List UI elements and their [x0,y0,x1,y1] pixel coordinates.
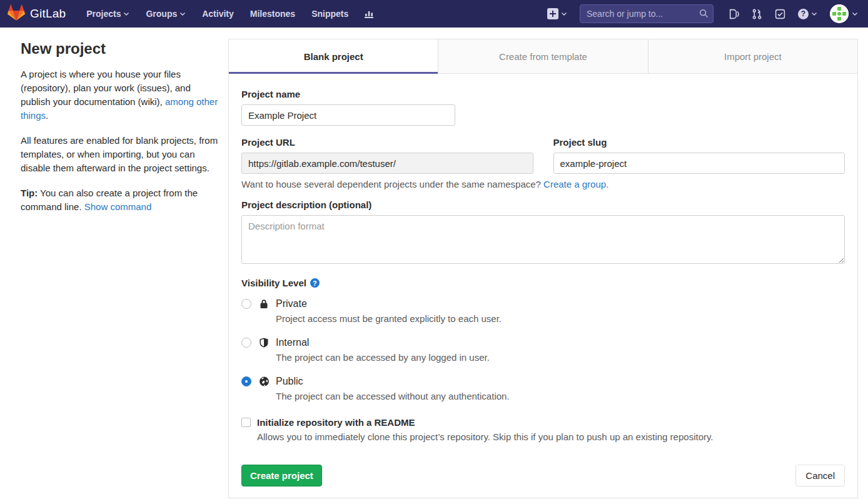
charts-icon[interactable] [358,9,380,19]
readme-label: Initialize repository with a README [257,416,714,429]
project-url-group: Project URL [241,137,533,174]
visibility-option-description: The project can be accessed without any … [276,391,510,401]
project-slug-input[interactable] [553,153,845,174]
new-menu-button[interactable] [541,8,573,19]
navbar-left: GitLab Projects Groups Activity Mileston… [8,4,380,24]
project-url-input[interactable] [241,153,533,174]
project-description-input[interactable] [241,215,845,264]
visibility-help-icon[interactable]: ? [310,278,320,288]
lock-icon [259,298,269,310]
intro-paragraph: A project is where you house your files … [21,68,222,123]
readme-option: Initialize repository with a README Allo… [241,416,845,442]
visibility-level-label: Visibility Level ? [241,278,845,288]
visibility-option-public: Public The project can be accessed witho… [241,375,845,401]
brand-name: GitLab [30,7,66,21]
readme-description: Allows you to immediately clone this pro… [257,431,714,442]
internal-radio[interactable] [241,338,251,348]
namespace-hint: Want to house several dependent projects… [241,179,845,189]
project-slug-label: Project slug [553,137,845,148]
visibility-option-private: Private Project access must be granted e… [241,297,845,324]
form-footer: Create project Cancel [241,465,845,486]
initialize-readme-checkbox[interactable] [241,418,251,427]
new-project-panel: Blank project Create from template Impor… [228,39,858,498]
tip-paragraph: Tip: You can also create a project from … [21,186,222,214]
visibility-option-internal: Internal The project can be accessed by … [241,336,845,363]
visibility-option-description: Project access must be granted explicitl… [276,313,502,324]
tab-import-project[interactable]: Import project [648,39,857,74]
visibility-option-name: Public [276,375,510,388]
page-title: New project [21,40,222,58]
tab-blank-project[interactable]: Blank project [229,39,438,74]
search-input[interactable] [580,4,714,23]
features-paragraph: All features are enabled for blank proje… [21,134,222,175]
show-command-link[interactable]: Show command [84,201,152,212]
navbar-right: ? [541,4,858,23]
tab-create-from-template[interactable]: Create from template [438,39,648,74]
search-icon [699,9,709,21]
chevron-down-icon [852,11,858,17]
help-menu-button[interactable]: ? [792,9,824,19]
visibility-option-name: Internal [276,336,490,350]
help-icon: ? [798,9,809,19]
chevron-down-icon [179,11,186,17]
avatar [830,4,849,23]
url-slug-row: Project URL Project slug [241,137,845,174]
chevron-down-icon [123,11,129,17]
project-name-group: Project name [241,89,845,126]
gitlab-home-link[interactable]: GitLab [8,4,66,24]
cancel-button[interactable]: Cancel [795,465,845,486]
nav-milestones[interactable]: Milestones [243,9,302,19]
issues-icon[interactable] [722,9,745,19]
visibility-option-name: Private [276,297,502,311]
user-menu-button[interactable] [824,4,858,23]
project-type-tabs: Blank project Create from template Impor… [229,39,857,74]
gitlab-logo-icon [8,4,25,24]
blank-project-form: Project name Project URL Project slug Wa… [229,74,857,498]
visibility-option-description: The project can be accessed by any logge… [276,352,490,363]
global-search [580,4,714,23]
project-description-group: Project description (optional) [241,199,845,266]
nav-groups[interactable]: Groups [139,9,193,19]
visibility-section: Visibility Level ? Private Project acces… [241,278,845,413]
shield-icon [259,337,269,348]
new-project-page: GitLab Projects Groups Activity Mileston… [0,0,868,504]
project-slug-group: Project slug [553,137,845,174]
nav-activity[interactable]: Activity [195,9,241,19]
project-name-input[interactable] [241,104,455,126]
project-description-label: Project description (optional) [241,199,845,210]
nav-snippets[interactable]: Snippets [305,9,355,19]
merge-requests-icon[interactable] [745,9,769,19]
project-name-label: Project name [241,89,845,99]
page-content: New project A project is where you house… [0,28,868,498]
nav-projects[interactable]: Projects [79,9,136,19]
create-a-group-link[interactable]: Create a group [543,179,606,189]
public-radio[interactable] [241,376,251,386]
private-radio[interactable] [241,299,251,309]
new-project-sidebar: New project A project is where you house… [21,39,228,498]
plus-square-icon [547,8,558,19]
todos-icon[interactable] [769,9,792,19]
globe-icon [259,376,269,387]
top-navbar: GitLab Projects Groups Activity Mileston… [0,0,868,28]
chevron-down-icon [561,11,567,17]
project-url-label: Project URL [241,137,533,148]
chevron-down-icon [811,11,817,17]
create-project-button[interactable]: Create project [241,465,322,486]
